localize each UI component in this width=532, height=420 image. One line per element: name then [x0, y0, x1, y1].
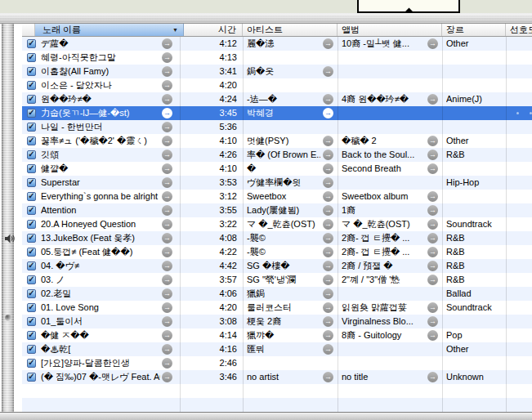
table-row[interactable]: 健꺌�→4:10�→Second Breath→ [22, 162, 532, 176]
store-link-arrow-button[interactable]: → [427, 302, 438, 313]
table-row[interactable]: 이소은 - 닮았자나→4:20 [22, 78, 532, 92]
store-link-arrow-button[interactable]: → [427, 191, 438, 202]
table-row[interactable]: 力숩(웃ㄲ-lJ—健-�st)→3:45박혜경→ [22, 106, 532, 120]
song-checkbox[interactable] [27, 53, 36, 62]
store-link-arrow-button[interactable]: → [323, 330, 333, 341]
store-link-arrow-button[interactable]: → [162, 177, 172, 188]
header-artist[interactable]: 아티스트 [243, 24, 338, 36]
store-link-arrow-button[interactable]: → [162, 122, 172, 132]
store-link-arrow-button[interactable]: → [162, 191, 172, 202]
table-row[interactable]: デ蘿�→4:12麗�漶→10裔 -밀┴뱃 健...→Other [22, 37, 532, 51]
song-checkbox[interactable] [27, 136, 36, 145]
table-row[interactable]: [가요]양파-달콤한인생→2:46 [22, 356, 532, 370]
store-link-arrow-button[interactable]: → [162, 358, 172, 369]
song-checkbox[interactable] [27, 345, 36, 354]
table-row[interactable]: �♨乾[→4:16匯뭐→Other [22, 342, 532, 356]
table-row[interactable]: 03. ノ→3:57SG "煢'냉'瀾→2"꼐 / "3"僧 '慹→R&B [22, 273, 532, 287]
store-link-arrow-button[interactable]: → [162, 80, 172, 91]
store-link-arrow-button[interactable]: → [162, 330, 172, 341]
store-link-arrow-button[interactable]: → [162, 275, 172, 285]
store-link-arrow-button[interactable]: → [427, 163, 438, 174]
song-checkbox[interactable] [27, 164, 36, 173]
store-link-arrow-button[interactable]: → [427, 219, 438, 230]
store-link-arrow-button[interactable]: → [323, 302, 333, 313]
store-link-arrow-button[interactable]: → [323, 219, 333, 230]
store-link-arrow-button[interactable]: → [323, 38, 333, 49]
header-time[interactable]: 시간 [184, 24, 243, 36]
store-link-arrow-button[interactable]: → [162, 233, 172, 244]
song-checkbox[interactable] [27, 234, 36, 243]
table-row[interactable]: 꿇率≠ュ ('�穢�2' �靈ㄑ)→4:10멋健(PSY)→�穢� 2→Othe… [22, 134, 532, 148]
song-checkbox[interactable] [27, 359, 36, 368]
store-link-arrow-button[interactable]: → [427, 261, 438, 271]
table-row[interactable]: 01. Love Song→4:20룰러코스터→읽원奐 맑蘿껍荽→Soundtr… [22, 301, 532, 315]
store-link-arrow-button[interactable]: → [323, 372, 333, 382]
store-link-arrow-button[interactable]: → [323, 66, 333, 77]
store-link-arrow-button[interactable]: → [427, 372, 438, 382]
song-checkbox[interactable] [27, 331, 36, 340]
table-row[interactable]: 13.JukeBox (Feat 웆孝)→4:08-襲©→2裔- 껍 ㅌ攪� .… [22, 231, 532, 245]
table-row[interactable]: 20.A Honeyed Question→3:22マ �_乾츈(OST)→マ … [22, 217, 532, 231]
store-link-arrow-button[interactable]: → [323, 247, 333, 257]
song-checkbox[interactable] [27, 178, 36, 187]
store-link-arrow-button[interactable]: → [427, 205, 438, 216]
store-link-arrow-button[interactable]: → [162, 288, 172, 299]
song-checkbox[interactable] [27, 206, 36, 215]
store-link-arrow-button[interactable]: → [323, 261, 333, 271]
store-link-arrow-button[interactable]: → [162, 66, 172, 77]
store-link-arrow-button[interactable]: → [427, 38, 438, 49]
song-checkbox[interactable] [27, 81, 36, 90]
store-link-arrow-button[interactable]: → [323, 205, 333, 216]
store-link-arrow-button[interactable]: → [323, 316, 333, 327]
store-link-arrow-button[interactable]: → [323, 275, 333, 285]
store-link-arrow-button[interactable]: → [162, 344, 172, 355]
song-checkbox[interactable] [27, 39, 36, 48]
table-row[interactable]: Superstar→3:53ヴ健率欄�읫→Hip-Hop [22, 176, 532, 190]
store-link-arrow-button[interactable]: → [162, 316, 172, 327]
store-link-arrow-button[interactable]: → [162, 136, 172, 146]
store-link-arrow-button[interactable]: → [323, 191, 333, 202]
song-checkbox[interactable] [27, 317, 36, 326]
table-row[interactable]: �健 ㅈ��→4:14獵꺄�→8裔 - Guitology→Pop [22, 328, 532, 342]
table-row[interactable]: 원��玪≠�→4:24-迲—�→4裔 원��玪≠�→Anime(J) [22, 92, 532, 106]
store-link-arrow-button[interactable]: → [323, 288, 333, 299]
header-song-name[interactable]: 노래 이름 ▼ [35, 24, 184, 36]
table-row[interactable]: Everything`s gonna be alright→3:12Sweetb… [22, 190, 532, 203]
song-checkbox[interactable] [27, 109, 36, 118]
store-link-arrow-button[interactable]: → [162, 261, 172, 271]
store-link-arrow-button[interactable]: → [162, 38, 172, 49]
table-row[interactable]: 깃頌→4:26率� (Of Brown E...→Back to the Sou… [22, 148, 532, 162]
song-checkbox[interactable] [27, 373, 36, 382]
header-album[interactable]: 앨범 [338, 24, 442, 36]
store-link-arrow-button[interactable]: → [323, 163, 333, 174]
table-row[interactable]: 이홉챯(All Famy)→3:41鋦�옷→ [22, 65, 532, 78]
store-link-arrow-button[interactable]: → [427, 330, 438, 341]
store-link-arrow-button[interactable]: → [427, 233, 438, 244]
store-link-arrow-button[interactable]: → [162, 52, 172, 63]
store-link-arrow-button[interactable]: → [427, 316, 438, 327]
store-link-arrow-button[interactable]: → [427, 247, 438, 257]
table-row[interactable]: 04. �ヴ≠→4:42SG �樓�→2裔 / 預잴 �→R&B [22, 259, 532, 273]
store-link-arrow-button[interactable]: → [323, 108, 333, 118]
table-row[interactable]: Attention→3:55Lady(屢健뵘)→1裔→ [22, 203, 532, 217]
store-link-arrow-button[interactable]: → [162, 150, 172, 160]
store-link-arrow-button[interactable]: → [427, 94, 438, 105]
store-link-arrow-button[interactable]: → [162, 219, 172, 230]
header-genre[interactable]: 장르 [442, 24, 506, 36]
song-checkbox[interactable] [27, 95, 36, 104]
table-row[interactable]: 01_둘이서→3:08梗웆 2裔→Virginalness Blo...→ [22, 315, 532, 328]
splitter-bar[interactable] [2, 24, 14, 412]
table-row[interactable]: 02.老밀→4:06獵鋦→Ballad [22, 287, 532, 301]
song-checkbox[interactable] [27, 123, 36, 132]
song-checkbox[interactable] [27, 275, 36, 284]
store-link-arrow-button[interactable]: → [323, 136, 333, 146]
store-link-arrow-button[interactable]: → [427, 275, 438, 285]
song-checkbox[interactable] [27, 261, 36, 270]
header-rating[interactable]: 선호도 [506, 24, 532, 36]
song-checkbox[interactable] [27, 220, 36, 229]
store-link-arrow-button[interactable]: → [162, 302, 172, 313]
table-row[interactable]: 05.둥껍≠ (Feat 健��)→4:22-襲©→2裔- 껍 ㅌ攪� ...→… [22, 245, 532, 259]
store-link-arrow-button[interactable]: → [323, 233, 333, 244]
store-link-arrow-button[interactable]: → [162, 247, 172, 257]
store-link-arrow-button[interactable]: → [323, 150, 333, 160]
